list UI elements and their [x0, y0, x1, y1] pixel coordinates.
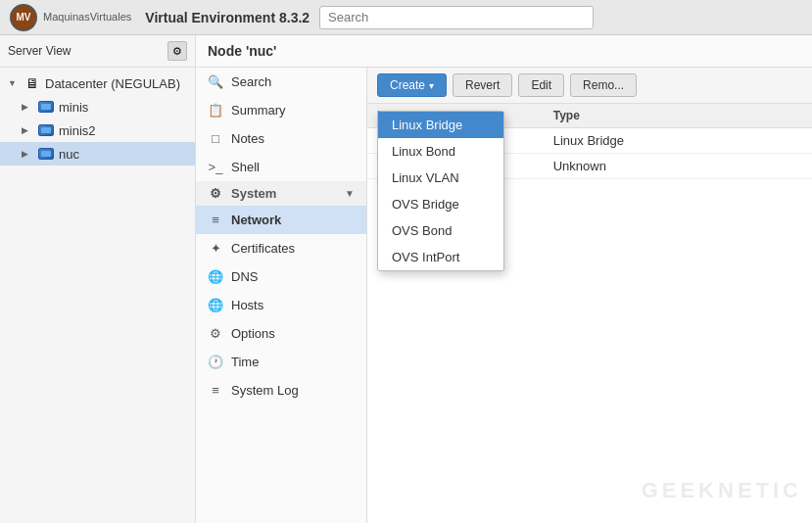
nav-label-summary: Summary	[231, 103, 286, 118]
logo-icon: MV	[10, 4, 37, 31]
create-dropdown-menu: Linux Bridge Linux Bond Linux VLAN OVS B…	[377, 111, 504, 271]
nav-label-search: Search	[231, 74, 271, 89]
options-nav-icon: ⚙	[208, 326, 223, 341]
tree-label-datacenter: Datacenter (NEGULAB)	[45, 76, 180, 91]
nav-section-system[interactable]: ⚙ System ▼	[196, 181, 366, 206]
nav-item-certificates[interactable]: ✦ Certificates	[196, 234, 366, 262]
nav-label-shell: Shell	[231, 160, 260, 174]
syslog-nav-icon: ≡	[208, 383, 223, 398]
nav-item-network[interactable]: ≡ Network	[196, 206, 366, 234]
tree-label-minis: minis	[59, 100, 88, 115]
vm-icon-nuc	[37, 145, 55, 163]
col-type: Type	[544, 104, 812, 128]
vm-icon-minis	[37, 98, 55, 116]
datacenter-icon: 🖥	[24, 74, 41, 92]
nav-label-system-log: System Log	[231, 383, 299, 398]
node-title: Node 'nuc'	[208, 43, 276, 59]
create-dropdown-arrow-icon: ▾	[429, 80, 434, 91]
cell-type: Unknown	[544, 154, 812, 179]
shell-nav-icon: >_	[208, 160, 223, 174]
create-label: Create	[390, 78, 425, 92]
tree-item-minis2[interactable]: ▶ minis2	[0, 119, 195, 142]
content-area: 🔍 Search 📋 Summary □ Notes >_ Shell	[196, 68, 812, 523]
system-nav-icon: ⚙	[208, 186, 223, 201]
tree-item-datacenter[interactable]: ▼ 🖥 Datacenter (NEGULAB)	[0, 71, 195, 95]
expand-icon-nuc: ▶	[22, 149, 35, 159]
expand-icon-minis: ▶	[22, 102, 35, 112]
brand-text: MaquinasVirtuales	[43, 11, 131, 24]
create-button[interactable]: Create ▾	[377, 73, 447, 97]
right-content: Node 'nuc' 🔍 Search 📋 Summary □ Notes	[196, 35, 812, 523]
nav-item-shell[interactable]: >_ Shell	[196, 153, 366, 181]
nav-label-time: Time	[231, 355, 259, 369]
search-input[interactable]	[319, 6, 594, 29]
tree-item-nuc[interactable]: ▶ nuc	[0, 142, 195, 166]
nav-label-dns: DNS	[231, 269, 258, 284]
nav-item-hosts[interactable]: 🌐 Hosts	[196, 291, 366, 319]
nav-label-certificates: Certificates	[231, 241, 295, 256]
revert-button[interactable]: Revert	[453, 73, 512, 97]
nav-label-network: Network	[231, 213, 281, 227]
tree-item-minis[interactable]: ▶ minis	[0, 95, 195, 119]
network-nav-icon: ≡	[208, 213, 223, 227]
hosts-nav-icon: 🌐	[208, 298, 223, 312]
topbar: MV MaquinasVirtuales Virtual Environment…	[0, 0, 812, 35]
dropdown-linux-bridge[interactable]: Linux Bridge	[378, 112, 503, 138]
time-nav-icon: 🕐	[208, 355, 223, 369]
nav-label-hosts: Hosts	[231, 298, 263, 312]
nav-item-search[interactable]: 🔍 Search	[196, 68, 366, 96]
tree-label-minis2: minis2	[59, 123, 96, 138]
data-panel: Create ▾ Revert Edit Remo... Linux Bridg…	[367, 68, 812, 523]
node-header: Node 'nuc'	[196, 35, 812, 68]
cell-type: Linux Bridge	[544, 128, 812, 154]
nav-item-system-log[interactable]: ≡ System Log	[196, 376, 366, 404]
server-view-label: Server View	[8, 44, 71, 58]
server-view-header: Server View ⚙	[0, 35, 195, 68]
search-nav-icon: 🔍	[208, 74, 223, 89]
expand-icon-datacenter: ▼	[8, 78, 22, 88]
logo-area: MV MaquinasVirtuales	[10, 4, 131, 31]
expand-icon-minis2: ▶	[22, 125, 35, 135]
system-arrow-icon: ▼	[345, 188, 355, 199]
dropdown-ovs-intport[interactable]: OVS IntPort	[378, 244, 503, 270]
remove-button[interactable]: Remo...	[570, 73, 637, 97]
nav-item-summary[interactable]: 📋 Summary	[196, 96, 366, 124]
nav-label-system: System	[231, 186, 276, 201]
nav-item-notes[interactable]: □ Notes	[196, 124, 366, 153]
nav-label-options: Options	[231, 326, 275, 341]
nav-label-notes: Notes	[231, 131, 264, 146]
toolbar: Create ▾ Revert Edit Remo... Linux Bridg…	[367, 68, 812, 104]
dropdown-linux-vlan[interactable]: Linux VLAN	[378, 165, 503, 191]
dns-nav-icon: 🌐	[208, 269, 223, 284]
app-title: Virtual Environment 8.3.2	[145, 10, 310, 25]
nav-item-time[interactable]: 🕐 Time	[196, 348, 366, 376]
vm-icon-minis2	[37, 121, 55, 139]
left-sidebar: Server View ⚙ ▼ 🖥 Datacenter (NEGULAB) ▶…	[0, 35, 196, 523]
nav-item-options[interactable]: ⚙ Options	[196, 319, 366, 348]
notes-nav-icon: □	[208, 131, 223, 146]
dropdown-ovs-bridge[interactable]: OVS Bridge	[378, 191, 503, 217]
summary-nav-icon: 📋	[208, 103, 223, 118]
tree-label-nuc: nuc	[59, 147, 79, 162]
dropdown-ovs-bond[interactable]: OVS Bond	[378, 217, 503, 244]
certificates-nav-icon: ✦	[208, 241, 223, 256]
tree-view: ▼ 🖥 Datacenter (NEGULAB) ▶ minis ▶ minis…	[0, 68, 195, 523]
nav-panel: 🔍 Search 📋 Summary □ Notes >_ Shell	[196, 68, 367, 523]
gear-button[interactable]: ⚙	[167, 41, 187, 61]
nav-item-dns[interactable]: 🌐 DNS	[196, 262, 366, 291]
edit-button[interactable]: Edit	[518, 73, 564, 97]
main-layout: Server View ⚙ ▼ 🖥 Datacenter (NEGULAB) ▶…	[0, 35, 812, 523]
dropdown-linux-bond[interactable]: Linux Bond	[378, 138, 503, 165]
